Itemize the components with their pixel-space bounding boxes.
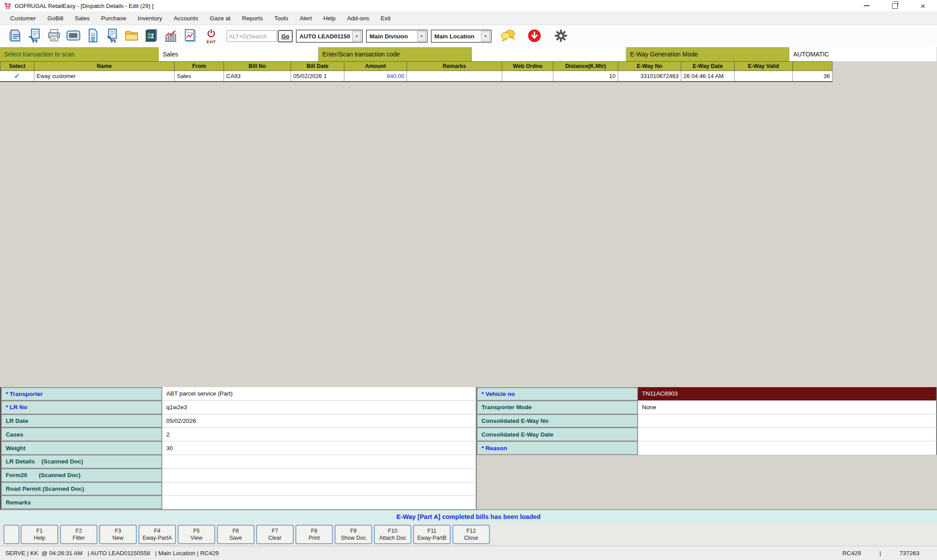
purchase-cart-icon-button[interactable] xyxy=(103,27,121,45)
barcode-icon xyxy=(66,28,81,44)
select-transaction-label: Select transaction to scan xyxy=(0,47,159,61)
fkey-f9-show-doc[interactable]: F9Show Doc xyxy=(335,525,372,544)
menu-item-add-ons[interactable]: Add-ons xyxy=(341,15,375,22)
toolbar-dropdown-group: AUTO LEAD01150▼Main Division▼Main Locati… xyxy=(293,30,492,43)
sales-cart-icon xyxy=(27,28,42,44)
search-input[interactable] xyxy=(227,30,277,42)
chart-icon-button[interactable] xyxy=(161,27,179,45)
restore-button[interactable] xyxy=(881,0,909,11)
fkey-f4-eway-parta[interactable]: F4Eway-PartA xyxy=(138,525,176,544)
form-row-lr-no: LR Noq1w2e3 xyxy=(1,401,477,414)
field-consolidated-e-way-no[interactable] xyxy=(638,414,937,428)
label-form20-scanned-doc: Form20 (Scanned Doc) xyxy=(1,469,162,482)
fkey-f2-filter[interactable]: F2Filter xyxy=(60,525,97,544)
chevron-down-icon[interactable]: ▼ xyxy=(352,31,361,41)
window-title: GOFRUGAL RetailEasy - [Dispatch Details … xyxy=(15,3,153,9)
menu-item-gobill[interactable]: GoBill xyxy=(42,15,69,22)
exit-button[interactable]: EXIT xyxy=(201,26,221,46)
report-icon xyxy=(183,28,197,44)
settings-button[interactable] xyxy=(552,28,569,45)
minimize-button[interactable] xyxy=(852,0,881,11)
cell-amount: 840.00 xyxy=(344,71,407,81)
function-key-bar: F1HelpF2FilterF3NewF4Eway-PartAF5ViewF6S… xyxy=(0,523,937,546)
transaction-code-input[interactable] xyxy=(472,47,626,61)
menu-item-reports[interactable]: Reports xyxy=(236,15,269,22)
print-icon-button[interactable] xyxy=(45,27,63,45)
folder-icon-button[interactable] xyxy=(122,27,141,45)
label-remarks: Remarks xyxy=(1,496,162,509)
menu-item-exit[interactable]: Exit xyxy=(375,15,396,22)
fkey-f8-print[interactable]: F8Print xyxy=(295,525,333,544)
field-consolidated-e-way-date[interactable] xyxy=(638,428,937,441)
fkey-key: F12 xyxy=(467,527,476,534)
field-transporter-mode[interactable]: None xyxy=(638,401,937,414)
fkey-f5-view[interactable]: F5View xyxy=(178,525,215,544)
label-road-permit-scanned-doc: Road Permit (Scanned Doc) xyxy=(1,482,162,496)
label-cases: Cases xyxy=(1,428,162,441)
report-icon-button[interactable] xyxy=(180,27,199,45)
download-button[interactable] xyxy=(526,28,543,45)
fkey-f1-help[interactable]: F1Help xyxy=(21,525,58,544)
field-vehicle-no[interactable]: TN11AC8903 xyxy=(638,387,937,401)
fkey-f7-clear[interactable]: F7Clear xyxy=(256,525,294,544)
menu-item-sales[interactable]: Sales xyxy=(69,15,96,22)
fkey-key: F9 xyxy=(350,527,357,534)
status-session-number: 737263 xyxy=(900,550,919,556)
fkey-key: F3 xyxy=(115,527,121,534)
fkey-f12-close[interactable]: F12Close xyxy=(452,525,490,544)
menu-item-accounts[interactable]: Accounts xyxy=(168,15,204,22)
sales-cart-icon-button[interactable] xyxy=(25,27,44,45)
menu-item-tools[interactable]: Tools xyxy=(269,15,294,22)
row-select-check[interactable]: ✓ xyxy=(0,71,34,81)
chat-button[interactable] xyxy=(500,28,516,45)
field-lr-no[interactable]: q1w2e3 xyxy=(162,401,477,414)
chevron-down-icon[interactable]: ▼ xyxy=(481,31,490,41)
menu-item-alert[interactable]: Alert xyxy=(294,15,318,22)
menu-item-help[interactable]: Help xyxy=(317,15,341,22)
menu-item-inventory[interactable]: Inventory xyxy=(132,15,168,22)
menu-item-gaze-at[interactable]: Gaze at xyxy=(204,15,236,22)
fkey-label: Save xyxy=(229,534,242,541)
form-row-consolidated-e-way-no: Consolidated E-Way No xyxy=(477,414,937,428)
menu-item-purchase[interactable]: Purchase xyxy=(95,15,132,22)
contacts-icon-button[interactable] xyxy=(142,27,160,45)
restore-icon xyxy=(892,3,898,9)
field-remarks[interactable] xyxy=(162,496,477,509)
field-form20-scanned-doc[interactable] xyxy=(162,469,477,482)
document-icon-button[interactable] xyxy=(83,27,102,45)
invoice-icon-button[interactable] xyxy=(6,27,24,45)
label-transporter: Transporter xyxy=(1,387,162,401)
field-reason[interactable] xyxy=(638,441,937,455)
fkey-f10-attach-doc[interactable]: F10Attach Doc xyxy=(374,525,411,544)
form-row-cases: Cases2 xyxy=(1,428,477,441)
cell-bill-no: CA93 xyxy=(224,71,291,81)
store-selector-dropdown[interactable]: AUTO LEAD01150▼ xyxy=(296,30,363,43)
field-transporter[interactable]: ABT parcel service (Part) xyxy=(162,387,477,401)
cell-eway-date: 26 04:46:14 AM xyxy=(681,71,735,81)
field-cases[interactable]: 2 xyxy=(162,428,477,441)
chevron-down-icon[interactable]: ▼ xyxy=(417,31,426,41)
fkey-label: Help xyxy=(34,534,45,541)
transaction-type-input[interactable]: Sales xyxy=(159,47,318,61)
fkey-label: Eway-PartA xyxy=(143,534,172,541)
fkey-f3-new[interactable]: F3New xyxy=(99,525,137,544)
field-road-permit-scanned-doc[interactable] xyxy=(162,482,477,496)
dispatch-form-right: Vehicle noTN11AC8903Transporter ModeNone… xyxy=(477,387,937,455)
fkey-f11-eway-partb[interactable]: F11Eway-PartB xyxy=(413,525,451,544)
label-lr-date: LR Date xyxy=(1,414,162,428)
form-row-lr-date: LR Date05/02/2026 xyxy=(1,414,477,428)
location-selector-dropdown[interactable]: Main Location▼ xyxy=(431,30,492,43)
cell-remarks xyxy=(407,71,502,81)
menu-item-customer[interactable]: Customer xyxy=(4,15,42,22)
division-selector-dropdown[interactable]: Main Division▼ xyxy=(366,30,428,43)
field-weight[interactable]: 30 xyxy=(162,441,477,455)
go-button[interactable]: Go xyxy=(278,30,293,42)
fkey-f6-save[interactable]: F6Save xyxy=(217,525,254,544)
barcode-icon-button[interactable] xyxy=(64,27,82,45)
field-lr-details-scanned-doc[interactable] xyxy=(162,455,477,469)
close-button[interactable]: × xyxy=(909,0,937,11)
table-row[interactable]: ✓Eway customerSalesCA9305/02/2026 1840.0… xyxy=(0,71,832,82)
scan-bar: Select transaction to scan Sales Enter/S… xyxy=(0,47,937,61)
field-lr-date[interactable]: 05/02/2026 xyxy=(162,414,477,428)
cell-web-ordno xyxy=(502,71,553,81)
